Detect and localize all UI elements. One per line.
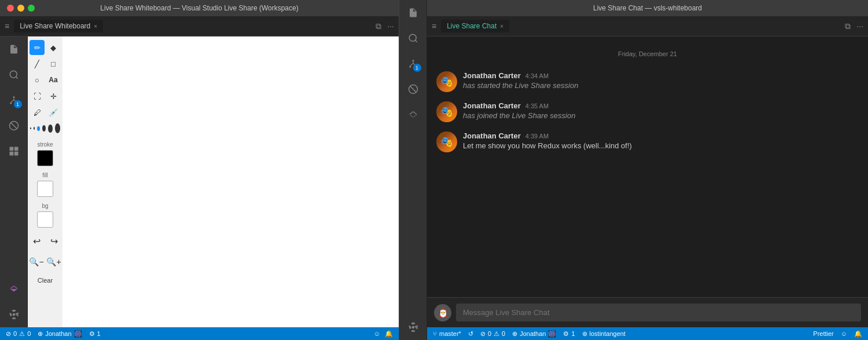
msg-time-3: 4:39 AM (525, 133, 549, 140)
select-tool[interactable]: ⛶ (30, 89, 45, 104)
right-warning-count: 0 (502, 330, 505, 337)
right-liveshare-icon: ⊕ (512, 330, 517, 338)
right-git-icon[interactable]: 1 (405, 56, 421, 72)
repo-name: lostintangent (590, 330, 626, 337)
right-split-editor-icon[interactable]: ⧉ (845, 21, 851, 31)
right-status-guests: ⚙ 1 (563, 330, 575, 338)
git-badge: 1 (14, 100, 22, 108)
move-tool[interactable]: ✛ (46, 89, 61, 104)
right-error-count: 0 (488, 330, 491, 337)
prettier-label[interactable]: Prettier (813, 330, 833, 337)
date-divider: Friday, December 21 (436, 50, 859, 57)
sync-icon: ↺ (468, 330, 473, 338)
pencil-tool[interactable]: ✏ (30, 40, 45, 55)
sidebar-debug-icon[interactable] (6, 118, 22, 134)
circle-tool[interactable]: ○ (30, 72, 45, 87)
left-content: 1 ✏ ◆ ╱ □ (0, 36, 399, 327)
right-smiley-icon[interactable]: ☺ (841, 330, 847, 337)
right-liveshare-icon[interactable] (405, 107, 421, 123)
titlebar-buttons (7, 5, 35, 12)
split-editor-icon[interactable]: ⧉ (376, 21, 381, 31)
right-tab-icons-right: ⧉ ··· (845, 21, 863, 31)
right-statusbar: ⑂ master* ↺ ⊘ 0 ⚠ 0 ⊕ Jonathan 🎆 ⚙ 1 (427, 327, 868, 340)
svg-point-0 (10, 71, 17, 78)
eyedropper-tool[interactable]: 💉 (46, 105, 61, 120)
svg-rect-7 (9, 147, 13, 151)
sidebar-search-icon[interactable] (6, 67, 22, 83)
tool-row-5: 🖊 💉 (30, 105, 61, 120)
fill-color-swatch[interactable] (37, 181, 53, 197)
clear-button[interactable]: Clear (30, 273, 60, 288)
sidebar-extensions-icon[interactable] (6, 143, 22, 159)
status-user-left: ⊕ Jonathan 🎆 (38, 330, 82, 338)
msg-author-3: Jonathan Carter (463, 131, 521, 140)
branch-icon: ⑂ (433, 330, 437, 337)
right-bell-icon[interactable]: 🔔 (854, 330, 862, 338)
text-tool[interactable]: Aa (46, 72, 61, 87)
avatar-3: 🎭 (436, 131, 457, 152)
chat-input[interactable] (456, 304, 861, 321)
line-tool[interactable]: ╱ (30, 56, 45, 71)
stroke-sizes (30, 121, 60, 136)
whiteboard-canvas[interactable] (62, 36, 399, 327)
right-files-icon[interactable] (405, 5, 421, 21)
svg-line-6 (10, 123, 17, 129)
svg-rect-9 (9, 152, 13, 156)
right-debug-icon[interactable] (405, 81, 421, 97)
sidebar-git-icon[interactable]: 1 (6, 92, 22, 108)
right-titlebar: Live Share Chat — vsls-whiteboard (427, 0, 868, 16)
right-warning-icon: ⚠ (494, 330, 499, 338)
undo-button[interactable]: ↩ (29, 233, 44, 248)
svg-point-19 (411, 326, 414, 329)
maximize-button[interactable] (28, 5, 35, 12)
chat-tab[interactable]: Live Share Chat × (441, 20, 509, 32)
bell-icon[interactable]: 🔔 (385, 330, 393, 338)
right-more-actions-icon[interactable]: ··· (856, 21, 863, 31)
fill-label: fill (42, 172, 47, 178)
msg-time-1: 4:34 AM (525, 72, 549, 79)
stroke-md[interactable] (37, 126, 39, 131)
stroke-sm[interactable] (34, 127, 35, 130)
stroke-lg[interactable] (42, 125, 46, 131)
freehand-tool[interactable]: 🖊 (30, 105, 45, 120)
close-button[interactable] (7, 5, 14, 12)
bg-color-swatch[interactable] (37, 211, 53, 228)
stroke-xl[interactable] (48, 125, 53, 133)
status-errors: ⊘ 0 ⚠ 0 (6, 330, 31, 338)
rect-tool[interactable]: □ (46, 56, 61, 71)
branch-name: master* (439, 330, 461, 337)
svg-point-11 (12, 313, 15, 316)
whiteboard-tab[interactable]: Live Share Whiteboard × (14, 20, 103, 32)
stroke-xxl[interactable] (55, 123, 60, 133)
redo-button[interactable]: ↪ (46, 233, 61, 248)
message-3: 🎭 Jonathan Carter 4:39 AM Let me show yo… (436, 131, 859, 152)
zoom-out-button[interactable]: 🔍− (29, 254, 44, 269)
diamond-tool[interactable]: ◆ (46, 40, 61, 55)
zoom-row: 🔍− 🔍+ (29, 254, 61, 269)
minimize-button[interactable] (17, 5, 24, 12)
sidebar-liveshare-icon[interactable] (6, 281, 22, 297)
stroke-color-swatch[interactable] (37, 150, 53, 166)
right-settings-icon[interactable] (405, 319, 421, 335)
smiley-icon[interactable]: ☺ (374, 330, 380, 338)
msg-author-2: Jonathan Carter (463, 101, 521, 110)
chat-tab-label: Live Share Chat (447, 22, 496, 30)
right-search-icon[interactable] (405, 30, 421, 46)
svg-rect-8 (14, 147, 18, 151)
more-actions-icon[interactable]: ··· (387, 21, 394, 31)
stroke-color-section: stroke (30, 141, 60, 166)
right-guests-icon: ⚙ (563, 330, 569, 338)
error-icon: ⊘ (6, 330, 11, 338)
whiteboard-tab-label: Live Share Whiteboard (20, 22, 90, 30)
right-status-branch[interactable]: ⑂ master* (433, 330, 461, 337)
sidebar-files-icon[interactable] (6, 41, 22, 57)
chat-tab-close[interactable]: × (500, 23, 503, 30)
tool-row-2: ╱ □ (30, 56, 61, 71)
sidebar-settings-icon[interactable] (6, 306, 22, 323)
zoom-in-button[interactable]: 🔍+ (46, 254, 61, 269)
chat-input-area: 🎅 (427, 297, 868, 327)
stroke-xs[interactable] (30, 127, 31, 129)
whiteboard-tab-close[interactable]: × (94, 23, 97, 30)
right-status-sync[interactable]: ↺ (468, 330, 473, 338)
svg-line-18 (410, 86, 416, 93)
